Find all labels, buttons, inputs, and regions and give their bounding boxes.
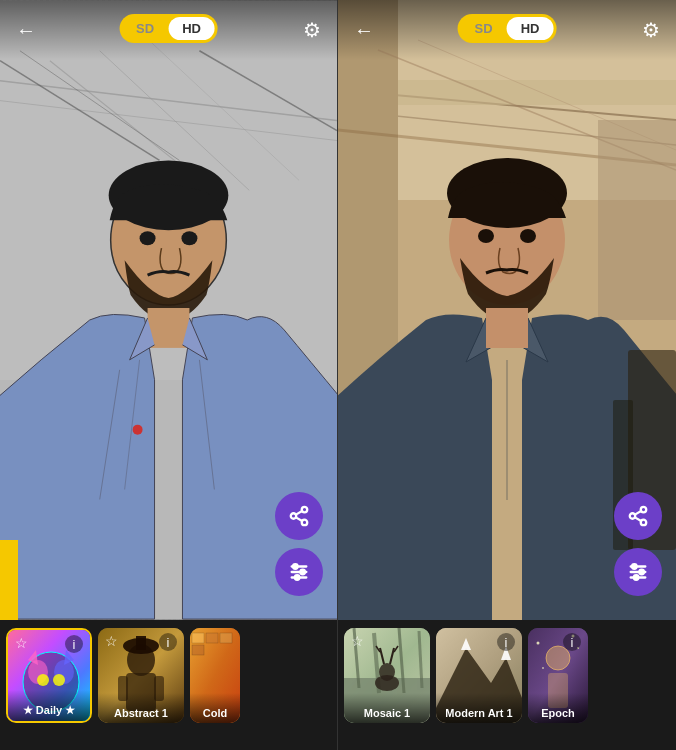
filter-mosaic1-label: Mosaic 1 bbox=[344, 693, 430, 723]
filter-daily-info[interactable]: i bbox=[65, 635, 83, 653]
svg-point-34 bbox=[37, 674, 49, 686]
svg-point-76 bbox=[632, 564, 637, 569]
filter-modern-art1-info[interactable]: i bbox=[497, 633, 515, 651]
filter-cold-mosaic[interactable]: Cold bbox=[190, 628, 240, 723]
left-back-button[interactable]: ← bbox=[16, 19, 36, 42]
filter-abstract1-label: Abstract 1 bbox=[98, 693, 184, 723]
right-filter-strip: ☆ Mosaic 1 bbox=[338, 620, 676, 750]
svg-point-18 bbox=[133, 425, 143, 435]
filter-epoch-label: Epoch bbox=[528, 693, 588, 723]
filter-epoch-info[interactable]: i bbox=[563, 633, 581, 651]
right-panel: ← ⚙ SD HD bbox=[338, 0, 676, 750]
filter-abstract1-star: ☆ bbox=[105, 633, 118, 649]
filter-daily-label: ★ Daily ★ bbox=[8, 690, 90, 721]
left-share-button[interactable] bbox=[275, 492, 323, 540]
svg-rect-64 bbox=[486, 308, 528, 348]
left-yellow-indicator bbox=[0, 540, 18, 620]
left-settings-button[interactable]: ⚙ bbox=[303, 18, 321, 42]
right-photo-area bbox=[338, 0, 676, 620]
svg-point-78 bbox=[634, 575, 639, 580]
svg-point-28 bbox=[300, 570, 305, 575]
filter-epoch[interactable]: i Epoch bbox=[528, 628, 588, 723]
svg-line-23 bbox=[296, 511, 302, 515]
svg-point-27 bbox=[293, 564, 298, 569]
right-settings-button[interactable]: ⚙ bbox=[642, 18, 660, 42]
left-filter-strip: ☆ i ★ Daily ★ bbox=[0, 620, 337, 750]
svg-rect-49 bbox=[192, 645, 204, 655]
svg-point-62 bbox=[478, 229, 494, 243]
left-photo-area bbox=[0, 0, 337, 620]
filter-modern-art1-label: Modern Art 1 bbox=[436, 693, 522, 723]
right-back-button[interactable]: ← bbox=[354, 19, 374, 42]
svg-point-77 bbox=[639, 570, 644, 575]
right-share-button[interactable] bbox=[614, 492, 662, 540]
right-sd-hd-toggle[interactable]: SD HD bbox=[458, 14, 557, 43]
right-hd-button[interactable]: HD bbox=[507, 17, 554, 40]
svg-point-35 bbox=[53, 674, 65, 686]
svg-line-72 bbox=[635, 511, 641, 515]
left-adjust-button[interactable] bbox=[275, 548, 323, 596]
svg-rect-46 bbox=[192, 633, 204, 643]
filter-daily[interactable]: ☆ i ★ Daily ★ bbox=[6, 628, 92, 723]
svg-rect-17 bbox=[148, 308, 190, 348]
svg-line-71 bbox=[635, 517, 641, 521]
filter-abstract1[interactable]: ☆ i Abstract 1 bbox=[98, 628, 184, 723]
svg-point-63 bbox=[520, 229, 536, 243]
filter-mosaic1-star: ☆ bbox=[351, 633, 364, 649]
filter-abstract1-info[interactable]: i bbox=[159, 633, 177, 651]
svg-rect-44 bbox=[136, 636, 146, 650]
svg-point-98 bbox=[537, 642, 540, 645]
filter-modern-art1[interactable]: i Modern Art 1 bbox=[436, 628, 522, 723]
svg-rect-47 bbox=[206, 633, 218, 643]
left-panel: ← ⚙ SD HD bbox=[0, 0, 338, 750]
svg-rect-59 bbox=[598, 120, 676, 320]
right-sd-button[interactable]: SD bbox=[461, 17, 507, 40]
svg-line-22 bbox=[296, 517, 302, 521]
right-adjust-button[interactable] bbox=[614, 548, 662, 596]
left-sd-button[interactable]: SD bbox=[122, 17, 168, 40]
left-hd-button[interactable]: HD bbox=[168, 17, 215, 40]
svg-point-29 bbox=[295, 575, 300, 580]
filter-daily-star: ☆ bbox=[15, 635, 28, 651]
svg-rect-48 bbox=[220, 633, 232, 643]
svg-point-86 bbox=[379, 663, 395, 681]
svg-point-12 bbox=[140, 231, 156, 245]
filter-cold-mosaic-label: Cold bbox=[190, 693, 240, 723]
svg-point-101 bbox=[542, 667, 544, 669]
left-sd-hd-toggle[interactable]: SD HD bbox=[119, 14, 218, 43]
svg-point-13 bbox=[181, 231, 197, 245]
filter-mosaic1[interactable]: ☆ Mosaic 1 bbox=[344, 628, 430, 723]
